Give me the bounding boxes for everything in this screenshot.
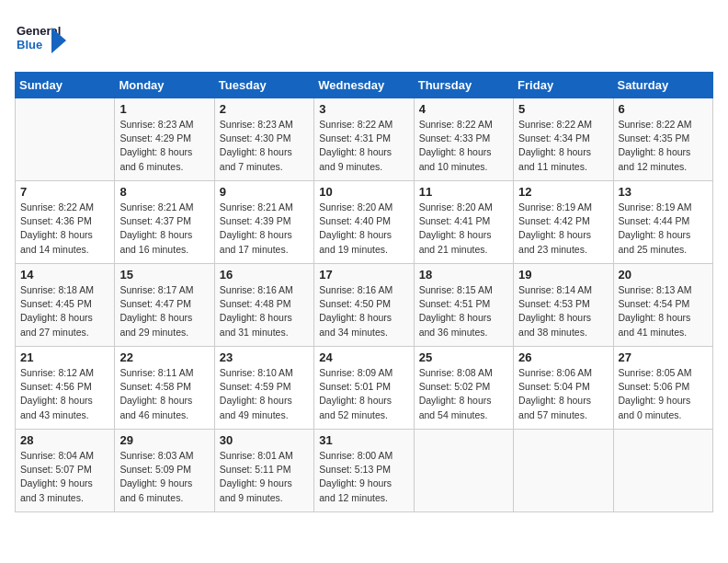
day-detail: Sunrise: 8:20 AM Sunset: 4:40 PM Dayligh… [319,201,408,257]
day-detail: Sunrise: 8:23 AM Sunset: 4:30 PM Dayligh… [220,118,309,174]
calendar-cell: 27Sunrise: 8:05 AM Sunset: 5:06 PM Dayli… [613,347,712,430]
calendar-cell: 16Sunrise: 8:16 AM Sunset: 4:48 PM Dayli… [214,264,313,347]
day-number: 22 [119,350,209,364]
day-detail: Sunrise: 8:20 AM Sunset: 4:41 PM Dayligh… [419,201,508,257]
calendar-cell: 9Sunrise: 8:21 AM Sunset: 4:39 PM Daylig… [214,181,313,264]
calendar-cell: 24Sunrise: 8:09 AM Sunset: 5:01 PM Dayli… [314,347,414,430]
day-number: 2 [220,102,309,116]
calendar-week-row: 28Sunrise: 8:04 AM Sunset: 5:07 PM Dayli… [16,430,713,512]
day-detail: Sunrise: 8:19 AM Sunset: 4:44 PM Dayligh… [619,201,708,257]
calendar-cell: 13Sunrise: 8:19 AM Sunset: 4:44 PM Dayli… [613,181,712,264]
calendar-cell: 29Sunrise: 8:03 AM Sunset: 5:09 PM Dayli… [115,430,214,512]
calendar-cell: 14Sunrise: 8:18 AM Sunset: 4:45 PM Dayli… [16,264,115,347]
calendar-cell: 10Sunrise: 8:20 AM Sunset: 4:40 PM Dayli… [314,181,414,264]
calendar-cell [514,430,613,512]
calendar-cell: 12Sunrise: 8:19 AM Sunset: 4:42 PM Dayli… [514,181,613,264]
day-number: 31 [319,433,408,447]
calendar-week-row: 14Sunrise: 8:18 AM Sunset: 4:45 PM Dayli… [16,264,713,347]
day-number: 30 [220,433,309,447]
calendar-cell: 7Sunrise: 8:22 AM Sunset: 4:36 PM Daylig… [16,181,115,264]
day-number: 8 [119,185,209,199]
day-detail: Sunrise: 8:10 AM Sunset: 4:59 PM Dayligh… [220,366,309,422]
calendar-cell: 11Sunrise: 8:20 AM Sunset: 4:41 PM Dayli… [414,181,513,264]
day-number: 6 [619,102,708,116]
calendar-week-row: 7Sunrise: 8:22 AM Sunset: 4:36 PM Daylig… [16,181,713,264]
day-number: 11 [419,185,508,199]
day-detail: Sunrise: 8:12 AM Sunset: 4:56 PM Dayligh… [20,366,109,422]
calendar-week-row: 21Sunrise: 8:12 AM Sunset: 4:56 PM Dayli… [16,347,713,430]
calendar-cell: 17Sunrise: 8:16 AM Sunset: 4:50 PM Dayli… [314,264,414,347]
day-number: 10 [319,185,408,199]
day-detail: Sunrise: 8:21 AM Sunset: 4:39 PM Dayligh… [220,201,309,257]
day-number: 24 [319,350,408,364]
day-detail: Sunrise: 8:11 AM Sunset: 4:58 PM Dayligh… [119,366,209,422]
calendar-cell: 18Sunrise: 8:15 AM Sunset: 4:51 PM Dayli… [414,264,513,347]
day-detail: Sunrise: 8:05 AM Sunset: 5:06 PM Dayligh… [619,366,708,422]
calendar-cell: 1Sunrise: 8:23 AM Sunset: 4:29 PM Daylig… [115,98,214,181]
day-number: 4 [419,102,508,116]
day-number: 16 [220,268,309,282]
calendar-cell: 5Sunrise: 8:22 AM Sunset: 4:34 PM Daylig… [514,98,613,181]
calendar-cell: 30Sunrise: 8:01 AM Sunset: 5:11 PM Dayli… [214,430,313,512]
day-number: 12 [518,185,608,199]
logo: General Blue [15,15,66,63]
day-detail: Sunrise: 8:09 AM Sunset: 5:01 PM Dayligh… [319,366,408,422]
calendar-body: 1Sunrise: 8:23 AM Sunset: 4:29 PM Daylig… [16,98,713,512]
day-number: 21 [20,350,109,364]
weekday-header: Friday [514,73,613,98]
day-detail: Sunrise: 8:14 AM Sunset: 4:53 PM Dayligh… [518,283,608,339]
weekday-header: Thursday [414,73,513,98]
day-detail: Sunrise: 8:19 AM Sunset: 4:42 PM Dayligh… [518,201,608,257]
day-number: 27 [619,350,708,364]
calendar-cell: 4Sunrise: 8:22 AM Sunset: 4:33 PM Daylig… [414,98,513,181]
calendar-cell: 22Sunrise: 8:11 AM Sunset: 4:58 PM Dayli… [115,347,214,430]
page-header: General Blue [15,15,713,63]
calendar-cell: 20Sunrise: 8:13 AM Sunset: 4:54 PM Dayli… [613,264,712,347]
day-number: 28 [20,433,109,447]
calendar-cell: 6Sunrise: 8:22 AM Sunset: 4:35 PM Daylig… [613,98,712,181]
day-number: 19 [518,268,608,282]
weekday-header: Monday [115,73,214,98]
calendar-cell: 21Sunrise: 8:12 AM Sunset: 4:56 PM Dayli… [16,347,115,430]
calendar-cell: 15Sunrise: 8:17 AM Sunset: 4:47 PM Dayli… [115,264,214,347]
calendar-cell: 31Sunrise: 8:00 AM Sunset: 5:13 PM Dayli… [314,430,414,512]
calendar-cell: 2Sunrise: 8:23 AM Sunset: 4:30 PM Daylig… [214,98,313,181]
calendar-cell: 23Sunrise: 8:10 AM Sunset: 4:59 PM Dayli… [214,347,313,430]
day-detail: Sunrise: 8:17 AM Sunset: 4:47 PM Dayligh… [119,283,209,339]
day-detail: Sunrise: 8:04 AM Sunset: 5:07 PM Dayligh… [20,449,109,505]
day-number: 29 [119,433,209,447]
calendar-cell: 3Sunrise: 8:22 AM Sunset: 4:31 PM Daylig… [314,98,414,181]
day-number: 15 [119,268,209,282]
weekday-header: Saturday [613,73,712,98]
weekday-header: Tuesday [214,73,313,98]
day-detail: Sunrise: 8:22 AM Sunset: 4:31 PM Dayligh… [319,118,408,174]
day-detail: Sunrise: 8:23 AM Sunset: 4:29 PM Dayligh… [119,118,209,174]
day-number: 25 [419,350,508,364]
day-detail: Sunrise: 8:16 AM Sunset: 4:50 PM Dayligh… [319,283,408,339]
day-number: 14 [20,268,109,282]
weekday-header: Wednesday [314,73,414,98]
day-number: 23 [220,350,309,364]
day-number: 17 [319,268,408,282]
day-number: 1 [119,102,209,116]
day-detail: Sunrise: 8:21 AM Sunset: 4:37 PM Dayligh… [119,201,209,257]
day-detail: Sunrise: 8:13 AM Sunset: 4:54 PM Dayligh… [619,283,708,339]
day-detail: Sunrise: 8:22 AM Sunset: 4:36 PM Dayligh… [20,201,109,257]
day-number: 3 [319,102,408,116]
day-detail: Sunrise: 8:08 AM Sunset: 5:02 PM Dayligh… [419,366,508,422]
calendar-cell: 25Sunrise: 8:08 AM Sunset: 5:02 PM Dayli… [414,347,513,430]
day-detail: Sunrise: 8:03 AM Sunset: 5:09 PM Dayligh… [119,449,209,505]
calendar-cell [16,98,115,181]
day-number: 26 [518,350,608,364]
logo-icon: General Blue [15,15,66,63]
day-number: 5 [518,102,608,116]
day-detail: Sunrise: 8:18 AM Sunset: 4:45 PM Dayligh… [20,283,109,339]
weekday-header: Sunday [16,73,115,98]
day-number: 13 [619,185,708,199]
calendar-cell [414,430,513,512]
calendar-cell: 28Sunrise: 8:04 AM Sunset: 5:07 PM Dayli… [16,430,115,512]
day-detail: Sunrise: 8:22 AM Sunset: 4:35 PM Dayligh… [619,118,708,174]
day-detail: Sunrise: 8:22 AM Sunset: 4:33 PM Dayligh… [419,118,508,174]
day-detail: Sunrise: 8:06 AM Sunset: 5:04 PM Dayligh… [518,366,608,422]
day-number: 7 [20,185,109,199]
